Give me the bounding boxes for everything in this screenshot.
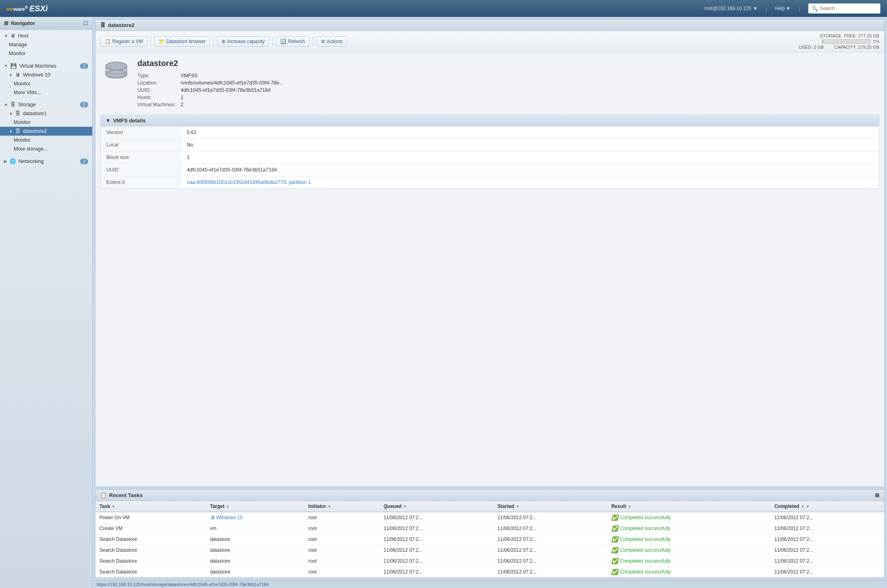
storage-tree-arrow: ▼ <box>4 103 8 107</box>
actions-icon: ⚙ <box>321 39 325 44</box>
increase-capacity-button[interactable]: ⊕ Increase capacity <box>217 36 269 47</box>
sidebar-host-label: Host <box>18 33 29 39</box>
sidebar-item-datastore2[interactable]: ▼ 🗄 datastore2 <box>0 127 92 136</box>
windows10-icon: 🖥 <box>15 72 21 78</box>
task-name: Search Datastore <box>95 545 206 556</box>
search-input[interactable] <box>820 6 877 11</box>
vmfs-title: VMFS details <box>113 118 146 124</box>
extent-link[interactable]: naa.600508b1001cb1562d41646a0bda1770, pa… <box>187 179 311 185</box>
vmfs-collapse-icon[interactable]: ▼ <box>105 118 111 124</box>
location-value: /vmfs/volumes/4dfc1045-ef1e7d35-03f4-78e… <box>181 79 288 87</box>
tasks-panel: 📋 Recent Tasks ⊞ Task ▼ Target ▼ Initiat… <box>95 489 885 578</box>
task-result: ✅Completed successfully <box>607 567 770 578</box>
uuid-value: 4dfc1045-ef1e7d35-03f4-78e3b51a7184 <box>181 87 288 94</box>
sidebar-collapse-icon[interactable]: ☐ <box>83 20 88 26</box>
sidebar-item-virtual-machines[interactable]: ▼ 💾 Virtual Machines 2 <box>0 61 92 70</box>
task-name: Power On VM <box>95 512 206 523</box>
vmfs-version-label: Version <box>101 126 181 139</box>
meta-location-row: Location: /vmfs/volumes/4dfc1045-ef1e7d3… <box>137 79 288 87</box>
sidebar-item-manage[interactable]: Manage <box>0 40 92 49</box>
host-monitor-label: Monitor <box>9 51 26 56</box>
success-icon: ✅ <box>611 547 618 553</box>
col-result[interactable]: Result ▼ <box>607 501 770 512</box>
navigator-title: ⊞ Navigator <box>4 20 35 26</box>
search-box[interactable]: 🔍 <box>808 3 881 14</box>
target-link[interactable]: 🖥 Windows 10 <box>210 515 243 520</box>
datastore-info-section: datastore2 Type: VMFS5 Location: /vmfs/v… <box>95 52 884 115</box>
col-target[interactable]: Target ▼ <box>206 501 304 512</box>
task-target[interactable]: 🖥 Windows 10 <box>206 512 304 523</box>
vmfs-extent-value[interactable]: naa.600508b1001cb1562d41646a0bda1770, pa… <box>181 176 879 189</box>
success-icon: ✅ <box>611 536 618 543</box>
sidebar-item-networking[interactable]: ▶ 🌐 Networking 2 <box>0 157 92 166</box>
task-queued: 11/06/2012 07:2... <box>380 512 494 523</box>
table-row: Search Datastore datastore root 11/06/20… <box>95 534 884 545</box>
sidebar-item-vm-monitor[interactable]: Monitor <box>0 79 92 88</box>
vmfs-uuid-row: UUID 4dfc1045-ef1e7d35-03f4-78e3b51a7184 <box>101 164 879 176</box>
table-row: Search Datastore datastore root 11/06/20… <box>95 556 884 567</box>
tasks-tbody: Power On VM 🖥 Windows 10 root 11/06/2012… <box>95 512 884 578</box>
datastore-details: datastore2 Type: VMFS5 Location: /vmfs/v… <box>137 59 288 108</box>
col-task[interactable]: Task ▼ <box>95 501 206 512</box>
sidebar-section-storage: ▼ 🗄 Storage 2 ▼ 🗄 datastore1 Monitor ▼ 🗄… <box>0 99 92 155</box>
tasks-header-row: Task ▼ Target ▼ Initiator ▼ Queued ▼ Sta… <box>95 501 884 512</box>
sidebar-item-more-vms[interactable]: More VMs... <box>0 88 92 97</box>
meta-hosts-row: Hosts: 1 <box>137 94 288 101</box>
vmfs-uuid-label: UUID <box>101 164 181 176</box>
brand-logo: vmware® ESXi <box>6 4 48 13</box>
svg-point-0 <box>106 62 127 70</box>
col-queued[interactable]: Queued ▼ <box>380 501 494 512</box>
table-row: Create VM vm root 11/06/2012 07:2... 11/… <box>95 523 884 534</box>
sidebar-item-host[interactable]: ▼ 🖥 Host <box>0 31 92 40</box>
tasks-table: Task ▼ Target ▼ Initiator ▼ Queued ▼ Sta… <box>95 501 884 578</box>
col-started[interactable]: Started ▼ <box>494 501 608 512</box>
register-vm-icon: 📋 <box>105 39 111 44</box>
storage-bar-inner <box>823 40 823 43</box>
storage-bar-progress-row: 1% <box>799 39 879 44</box>
task-started: 11/06/2012 07:2... <box>494 523 608 534</box>
win10-tree-arrow: ▼ <box>9 73 13 77</box>
vmfs-blocksize-row: Block size 1 <box>101 151 879 164</box>
vmfs-header: ▼ VMFS details <box>101 115 879 126</box>
manage-label: Manage <box>9 42 27 47</box>
user-info[interactable]: root@192.168.10.125 ▼ <box>704 6 757 11</box>
help-button[interactable]: Help ▼ <box>775 6 791 11</box>
success-icon: ✅ <box>611 569 618 575</box>
sidebar-item-storage[interactable]: ▼ 🗄 Storage 2 <box>0 100 92 109</box>
sidebar-item-host-monitor[interactable]: Monitor <box>0 49 92 58</box>
tasks-scroll-area[interactable]: Task ▼ Target ▼ Initiator ▼ Queued ▼ Sta… <box>95 501 884 578</box>
tasks-thead: Task ▼ Target ▼ Initiator ▼ Queued ▼ Sta… <box>95 501 884 512</box>
datastore-browser-button[interactable]: 📁 Datastore browser <box>154 36 210 47</box>
sidebar-item-windows10[interactable]: ▼ 🖥 Windows 10 <box>0 70 92 79</box>
windows10-label: Windows 10 <box>23 72 50 78</box>
task-completed: 11/06/2012 07:2... <box>770 512 884 523</box>
datastore1-icon: 🗄 <box>15 111 21 116</box>
sidebar-item-datastore1-monitor[interactable]: Monitor <box>0 118 92 127</box>
vmfs-blocksize-value: 1 <box>181 151 879 164</box>
user-dropdown-arrow[interactable]: ▼ <box>753 6 758 11</box>
vmfs-local-value: No <box>181 139 879 151</box>
vmfs-blocksize-label: Block size <box>101 151 181 164</box>
col-completed[interactable]: Completed ▼ ▼ <box>770 501 884 512</box>
storage-badge: 2 <box>80 102 88 107</box>
refresh-label: Refresh <box>288 39 305 44</box>
col-initiator[interactable]: Initiator ▼ <box>304 501 380 512</box>
sidebar-item-datastore2-monitor[interactable]: Monitor <box>0 136 92 144</box>
actions-label: Actions <box>327 39 343 44</box>
actions-button[interactable]: ⚙ Actions <box>316 36 347 47</box>
task-initiator: root <box>304 556 380 567</box>
meta-uuid-row: UUID: 4dfc1045-ef1e7d35-03f4-78e3b51a718… <box>137 87 288 94</box>
sidebar-item-datastore1[interactable]: ▼ 🗄 datastore1 <box>0 109 92 118</box>
increase-capacity-label: Increase capacity <box>227 39 265 44</box>
tasks-title: Recent Tasks <box>109 492 143 498</box>
datastore-toolbar: 📋 Register a VM 📁 Datastore browser ⊕ In… <box>95 31 884 52</box>
success-icon: ✅ <box>611 558 618 564</box>
register-vm-button[interactable]: 📋 Register a VM <box>100 36 147 47</box>
refresh-button[interactable]: 🔄 Refresh <box>276 36 309 47</box>
task-result: ✅Completed successfully <box>607 534 770 545</box>
host-tree-arrow: ▼ <box>4 34 8 38</box>
location-label: Location: <box>137 79 181 87</box>
tasks-expand-icon[interactable]: ⊞ <box>875 492 879 498</box>
task-target: datastore <box>206 545 304 556</box>
sidebar-item-more-storage[interactable]: More storage... <box>0 144 92 153</box>
